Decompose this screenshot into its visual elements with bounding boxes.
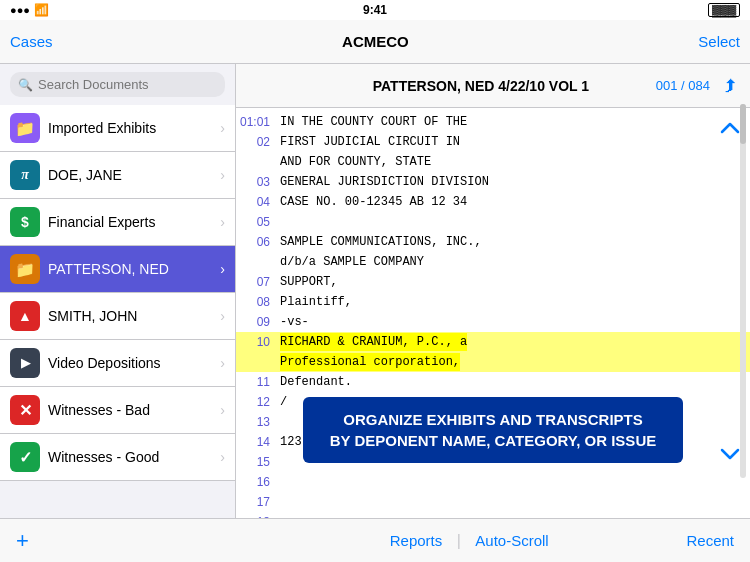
line-number: 07 [236, 273, 280, 291]
chevron-right-icon: › [220, 355, 225, 371]
line-number: 15 [236, 453, 280, 471]
battery-icon: ▓▓▓ [708, 3, 740, 17]
doe-jane-icon: π [10, 160, 40, 190]
line-text: Defendant. [280, 373, 352, 391]
line-text: / [280, 393, 287, 411]
chevron-right-icon: › [220, 308, 225, 324]
table-row: 09 -vs- [236, 312, 750, 332]
line-number: 06 [236, 233, 280, 251]
financial-experts-icon: $ [10, 207, 40, 237]
status-time: 9:41 [363, 3, 387, 17]
reports-button[interactable]: Reports [390, 532, 443, 549]
sidebar-item-patterson-ned[interactable]: 📁 PATTERSON, NED › [0, 246, 235, 293]
witnesses-good-icon: ✓ [10, 442, 40, 472]
sidebar-item-doe-jane[interactable]: π DOE, JANE › [0, 152, 235, 199]
overlay-line2: BY DEPONENT NAME, CATEGORY, OR ISSUE [323, 430, 663, 451]
line-text: CASE NO. 00-12345 AB 12 34 [280, 193, 467, 211]
document-title: PATTERSON, NED 4/22/10 VOL 1 [306, 78, 656, 94]
patterson-ned-icon: 📁 [10, 254, 40, 284]
scroll-up-button[interactable] [716, 114, 744, 142]
chevron-right-icon: › [220, 449, 225, 465]
line-number: 02 [236, 133, 280, 151]
line-number: 08 [236, 293, 280, 311]
table-row: AND FOR COUNTY, STATE [236, 152, 750, 172]
table-row: 01:01IN THE COUNTY COURT OF THE [236, 112, 750, 132]
table-row: 03GENERAL JURISDICTION DIVISION [236, 172, 750, 192]
line-text: d/b/a SAMPLE COMPANY [280, 253, 424, 271]
cases-button[interactable]: Cases [10, 33, 53, 50]
line-text: SUPPORT, [280, 273, 338, 291]
search-input-wrapper[interactable]: 🔍 [10, 72, 225, 97]
table-row: 02FIRST JUDICIAL CIRCUIT IN [236, 132, 750, 152]
sidebar-item-label: PATTERSON, NED [48, 261, 220, 277]
main-layout: 🔍 📁 Imported Exhibits › π DOE, JANE › $ [0, 64, 750, 518]
line-number: 01:01 [236, 113, 280, 131]
select-button[interactable]: Select [698, 33, 740, 50]
table-row: Professional corporation, [236, 352, 750, 372]
table-row: 08 Plaintiff, [236, 292, 750, 312]
auto-scroll-button[interactable]: Auto-Scroll [475, 532, 548, 549]
sidebar-item-smith-john[interactable]: ▲ SMITH, JOHN › [0, 293, 235, 340]
scroll-down-button[interactable] [716, 440, 744, 468]
witnesses-bad-icon: ✕ [10, 395, 40, 425]
table-row: 17 [236, 492, 750, 512]
line-text: AND FOR COUNTY, STATE [280, 153, 431, 171]
search-bar-container: 🔍 [0, 64, 235, 105]
sidebar-item-label: Witnesses - Good [48, 449, 220, 465]
sidebar-item-label: Imported Exhibits [48, 120, 220, 136]
sidebar-item-witnesses-good[interactable]: ✓ Witnesses - Good › [0, 434, 235, 481]
chevron-right-icon: › [220, 167, 225, 183]
toolbar-center: Reports | Auto-Scroll [252, 532, 686, 550]
nav-title: ACMECO [342, 33, 409, 50]
line-text: SAMPLE COMMUNICATIONS, INC., [280, 233, 482, 251]
line-number: 03 [236, 173, 280, 191]
overlay-line1: ORGANIZE EXHIBITS AND TRANSCRIPTS [323, 409, 663, 430]
line-number: 12 [236, 393, 280, 411]
line-number: 05 [236, 213, 280, 231]
line-text: RICHARD & CRANIUM, P.C., a [280, 333, 467, 351]
line-number: 16 [236, 473, 280, 491]
document-area: PATTERSON, NED 4/22/10 VOL 1 001 / 084 ⮭… [236, 64, 750, 518]
line-number: 11 [236, 373, 280, 391]
chevron-right-icon: › [220, 120, 225, 136]
video-depositions-icon: ▶ [10, 348, 40, 378]
line-number: 17 [236, 493, 280, 511]
bottom-toolbar: + Reports | Auto-Scroll Recent [0, 518, 750, 562]
sidebar: 🔍 📁 Imported Exhibits › π DOE, JANE › $ [0, 64, 236, 518]
recent-button[interactable]: Recent [686, 532, 734, 549]
search-icon: 🔍 [18, 78, 33, 92]
sidebar-item-witnesses-bad[interactable]: ✕ Witnesses - Bad › [0, 387, 235, 434]
sidebar-item-label: DOE, JANE [48, 167, 220, 183]
page-info: 001 / 084 [656, 78, 710, 93]
chevron-right-icon: › [220, 402, 225, 418]
add-button[interactable]: + [16, 528, 29, 554]
table-row: 10RICHARD & CRANIUM, P.C., a [236, 332, 750, 352]
toolbar-left: + [16, 528, 252, 554]
share-icon[interactable]: ⮭ [722, 75, 740, 96]
line-number: 04 [236, 193, 280, 211]
overlay-banner: ORGANIZE EXHIBITS AND TRANSCRIPTS BY DEP… [303, 397, 683, 463]
imported-exhibits-icon: 📁 [10, 113, 40, 143]
sidebar-item-video-depositions[interactable]: ▶ Video Depositions › [0, 340, 235, 387]
line-number: 14 [236, 433, 280, 451]
line-text: Professional corporation, [280, 353, 460, 371]
signal-icon: ●●● [10, 4, 30, 16]
sidebar-list: 📁 Imported Exhibits › π DOE, JANE › $ Fi… [0, 105, 235, 518]
sidebar-item-label: Financial Experts [48, 214, 220, 230]
line-text: FIRST JUDICIAL CIRCUIT IN [280, 133, 460, 151]
table-row: 06SAMPLE COMMUNICATIONS, INC., [236, 232, 750, 252]
chevron-right-icon: › [220, 214, 225, 230]
line-number: 09 [236, 313, 280, 331]
table-row: 05 [236, 212, 750, 232]
status-left: ●●● 📶 [10, 3, 49, 17]
line-number: 13 [236, 413, 280, 431]
search-input[interactable] [38, 77, 217, 92]
table-row: 16 [236, 472, 750, 492]
nav-bar: Cases ACMECO Select [0, 20, 750, 64]
sidebar-item-financial-experts[interactable]: $ Financial Experts › [0, 199, 235, 246]
scroll-track [740, 104, 746, 478]
table-row: d/b/a SAMPLE COMPANY [236, 252, 750, 272]
toolbar-right: Recent [686, 532, 734, 549]
sidebar-item-imported-exhibits[interactable]: 📁 Imported Exhibits › [0, 105, 235, 152]
line-text: Plaintiff, [280, 293, 352, 311]
